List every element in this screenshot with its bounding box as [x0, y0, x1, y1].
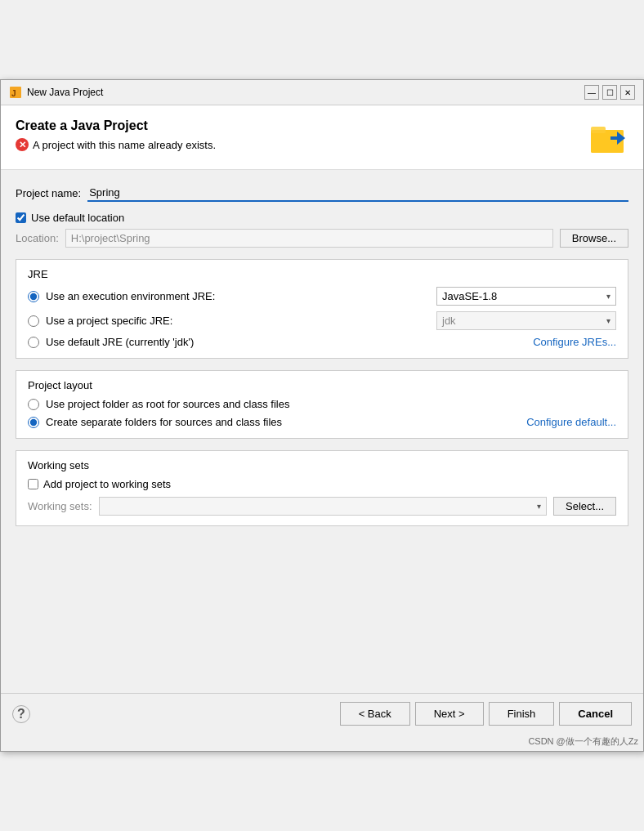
java-project-icon: J	[9, 86, 22, 99]
select-button[interactable]: Select...	[553, 497, 616, 516]
layout-separate-label: Create separate folders for sources and …	[46, 416, 282, 428]
add-working-sets-label: Add project to working sets	[43, 478, 171, 490]
jre-env-radio[interactable]	[28, 291, 39, 302]
maximize-button[interactable]: ☐	[602, 85, 617, 100]
layout-separate-row: Create separate folders for sources and …	[28, 416, 616, 428]
next-button[interactable]: Next >	[415, 702, 484, 726]
back-button[interactable]: < Back	[340, 702, 410, 726]
working-sets-section: Working sets Add project to working sets…	[16, 450, 628, 526]
close-button[interactable]: ✕	[620, 85, 635, 100]
layout-separate-radio[interactable]	[28, 417, 39, 428]
layout-root-radio[interactable]	[28, 399, 39, 410]
working-sets-label: Working sets	[28, 459, 616, 471]
layout-root-label: Use project folder as root for sources a…	[46, 398, 289, 410]
minimize-button[interactable]: —	[584, 85, 599, 100]
jre-env-label: Use an execution environment JRE:	[46, 290, 215, 302]
watermark: CSDN @做一个有趣的人Zz	[1, 734, 643, 751]
jre-env-select[interactable]: JavaSE-1.8 ▾	[436, 287, 616, 306]
add-working-sets-checkbox[interactable]	[28, 479, 38, 489]
dialog-title: New Java Project	[27, 87, 579, 98]
configure-jres-link[interactable]: Configure JREs...	[533, 336, 616, 348]
jre-section: JRE Use an execution environment JRE: Ja…	[16, 259, 628, 359]
finish-button[interactable]: Finish	[489, 702, 555, 726]
folder-icon	[589, 118, 628, 158]
cancel-button[interactable]: Cancel	[559, 702, 632, 726]
page-title: Create a Java Project	[16, 118, 216, 133]
jre-specific-radio[interactable]	[28, 315, 39, 327]
working-sets-field-label: Working sets:	[28, 500, 92, 512]
chevron-down-icon: ▾	[606, 292, 610, 301]
location-label: Location:	[16, 232, 59, 244]
configure-default-link[interactable]: Configure default...	[526, 416, 616, 428]
help-button[interactable]: ?	[12, 705, 30, 723]
jre-default-row: Use default JRE (currently 'jdk') Config…	[28, 336, 616, 348]
error-icon: ✕	[16, 138, 29, 151]
project-name-label: Project name:	[16, 187, 81, 199]
jre-default-radio[interactable]	[28, 337, 39, 348]
jre-specific-label: Use a project specific JRE:	[46, 315, 172, 327]
project-layout-section: Project layout Use project folder as roo…	[16, 370, 628, 439]
location-value: H:\project\Spring	[65, 229, 553, 248]
chevron-down-icon: ▾	[606, 316, 610, 325]
working-sets-select[interactable]: ▾	[99, 497, 548, 516]
browse-button[interactable]: Browse...	[560, 229, 628, 248]
use-default-location-label: Use default location	[31, 212, 124, 224]
svg-text:J: J	[11, 89, 16, 98]
project-name-input[interactable]	[87, 185, 628, 202]
jre-default-label: Use default JRE (currently 'jdk')	[46, 336, 194, 348]
chevron-down-icon: ▾	[537, 502, 541, 511]
use-default-location-checkbox[interactable]	[16, 212, 26, 223]
project-layout-label: Project layout	[28, 379, 616, 391]
jre-specific-select[interactable]: jdk ▾	[436, 311, 616, 330]
error-message: A project with this name already exists.	[33, 139, 216, 151]
jre-section-label: JRE	[28, 268, 616, 280]
